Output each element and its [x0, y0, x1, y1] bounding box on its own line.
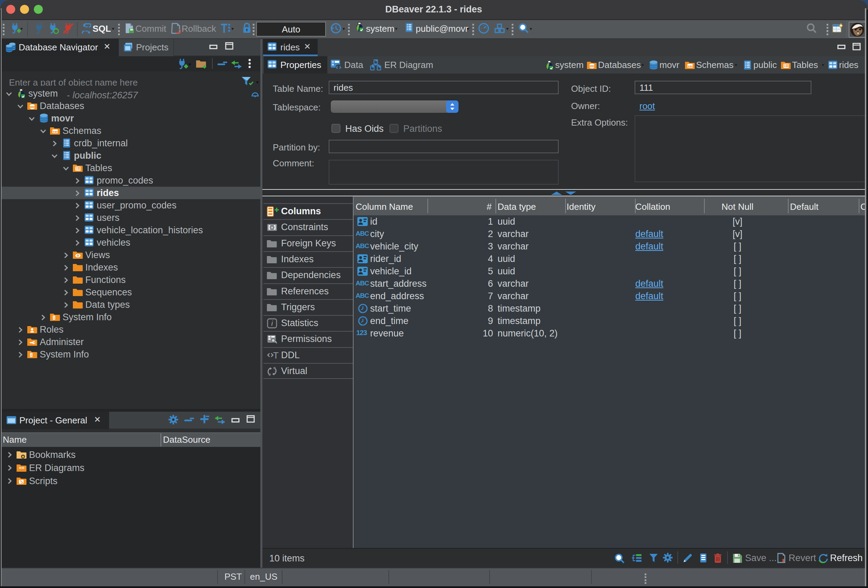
svg-text:i: i — [272, 320, 273, 327]
svg-text:T: T — [273, 350, 279, 361]
